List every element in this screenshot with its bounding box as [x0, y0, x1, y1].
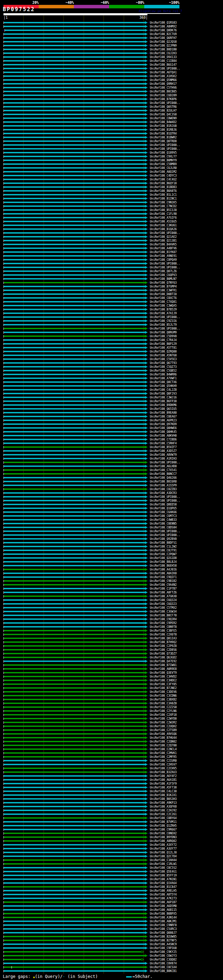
- alignment-bar[interactable]: [4, 519, 145, 520]
- alignment-bar[interactable]: [4, 167, 145, 169]
- hit-label[interactable]: UniRef100_Q8DK76: [150, 29, 176, 32]
- alignment-bar[interactable]: [4, 156, 145, 157]
- alignment-row[interactable]: UniRef100_A0R9E8: [0, 667, 223, 671]
- alignment-row[interactable]: UniRef100_C3FY05: [0, 682, 223, 686]
- hit-label[interactable]: UniRef100_B2ULH7: [150, 109, 176, 113]
- alignment-row[interactable]: UniRef100_Q81IA3: [0, 636, 223, 640]
- hit-label[interactable]: UniRef100_B3ZAU3: [150, 770, 176, 774]
- alignment-bar[interactable]: [4, 431, 145, 433]
- alignment-bar[interactable]: [4, 148, 145, 150]
- hit-label[interactable]: UniRef100_Q9RH17: [150, 82, 176, 86]
- hit-label[interactable]: UniRef100_A0R9E8: [150, 667, 176, 671]
- alignment-row[interactable]: UniRef100_A6Y4F2: [0, 774, 223, 778]
- hit-label[interactable]: UniRef100_C3DEV6: [150, 690, 176, 694]
- alignment-row[interactable]: UniRef100_UPI000..: [0, 231, 223, 235]
- alignment-row[interactable]: UniRef100_Q7NY63: [0, 281, 223, 285]
- alignment-row[interactable]: UniRef100_C9P3U0: [0, 946, 223, 950]
- hit-label[interactable]: UniRef100_B7H9Q2: [150, 640, 176, 644]
- hit-label[interactable]: UniRef100_B1C847: [150, 885, 176, 889]
- alignment-row[interactable]: UniRef100_Q5E4G1: [0, 870, 223, 873]
- alignment-row[interactable]: UniRef100_Q213B1: [0, 239, 223, 243]
- hit-label[interactable]: UniRef100_C6J2H3: [150, 51, 176, 55]
- alignment-bar[interactable]: [4, 672, 145, 673]
- alignment-row[interactable]: UniRef100_B1RBJ6: [0, 128, 223, 132]
- alignment-bar[interactable]: [4, 657, 145, 658]
- hit-label[interactable]: UniRef100_B1BWR2: [150, 135, 176, 139]
- alignment-bar[interactable]: [4, 377, 145, 379]
- hit-label[interactable]: UniRef100_C5BMB9: [150, 162, 176, 166]
- alignment-row[interactable]: UniRef100_Q1QPU5: [0, 506, 223, 510]
- hit-label[interactable]: UniRef100_C7R4J4: [150, 338, 176, 342]
- alignment-row[interactable]: UniRef100_Q2G1D8: [0, 556, 223, 560]
- alignment-bar[interactable]: [4, 580, 145, 582]
- alignment-bar[interactable]: [4, 917, 145, 918]
- alignment-bar[interactable]: [4, 641, 145, 643]
- alignment-row[interactable]: UniRef100_C2MVK1: [0, 751, 223, 755]
- alignment-row[interactable]: UniRef100_A8FTZ6: [0, 591, 223, 595]
- alignment-bar[interactable]: [4, 859, 145, 861]
- hit-label[interactable]: UniRef100_B5JLT9: [150, 323, 176, 327]
- hit-label[interactable]: UniRef100_C6JLR0: [150, 166, 176, 170]
- alignment-row[interactable]: UniRef100_C3WFR1: [0, 288, 223, 293]
- alignment-row[interactable]: UniRef100_B0CB05: [0, 90, 223, 94]
- hit-label[interactable]: UniRef100_C7NCD2: [150, 204, 176, 208]
- alignment-bar[interactable]: [4, 676, 145, 677]
- alignment-row[interactable]: UniRef100_C2IUR0: [0, 759, 223, 763]
- hit-label[interactable]: UniRef100_C9R667: [150, 828, 176, 832]
- alignment-row[interactable]: UniRef100_A8VW79: [0, 453, 223, 457]
- hit-label[interactable]: UniRef100_A0KJM1: [150, 920, 176, 923]
- hit-label[interactable]: UniRef100_B6FP38: [150, 399, 176, 403]
- hit-label[interactable]: UniRef100_C9Q3R4: [150, 617, 176, 621]
- alignment-bar[interactable]: [4, 462, 145, 463]
- alignment-bar[interactable]: [4, 557, 145, 558]
- alignment-row[interactable]: UniRef100_B1BDB3: [0, 185, 223, 189]
- hit-label[interactable]: UniRef100_UPI000..: [150, 499, 180, 503]
- hit-label[interactable]: UniRef100_Q73DZ7: [150, 652, 176, 655]
- hit-label[interactable]: UniRef100_A9ELH5: [150, 889, 176, 893]
- hit-label[interactable]: UniRef100_A0Q1M2: [150, 170, 176, 174]
- hit-label[interactable]: UniRef100_C1P7B7: [150, 587, 176, 591]
- alignment-row[interactable]: UniRef100_C7NCD2: [0, 204, 223, 208]
- alignment-row[interactable]: UniRef100_C9QIF1: [0, 575, 223, 579]
- hit-label[interactable]: UniRef100_C6D209: [150, 94, 176, 97]
- hit-label[interactable]: UniRef100_C4DYC3: [150, 174, 176, 178]
- hit-label[interactable]: UniRef100_Q65IU5: [150, 407, 176, 411]
- hit-label[interactable]: UniRef100_D0BTI0: [150, 293, 176, 296]
- alignment-row[interactable]: UniRef100_B1YK07: [0, 250, 223, 254]
- hit-label[interactable]: UniRef100_C1FL90: [150, 212, 176, 216]
- hit-label[interactable]: UniRef100_B8KCB1: [150, 969, 176, 973]
- alignment-row[interactable]: UniRef100_C3A0Z0: [0, 702, 223, 705]
- alignment-bar[interactable]: [4, 573, 145, 574]
- alignment-bar[interactable]: [4, 263, 145, 264]
- alignment-row[interactable]: UniRef100_B1C847: [0, 885, 223, 889]
- alignment-row[interactable]: UniRef100_O94133: [0, 55, 223, 59]
- alignment-row[interactable]: UniRef100_C3HVD2: [0, 675, 223, 679]
- alignment-bar[interactable]: [4, 779, 145, 780]
- hit-label[interactable]: UniRef100_Q0HWE6: [150, 426, 176, 430]
- alignment-bar[interactable]: [4, 901, 145, 903]
- alignment-bar[interactable]: [4, 825, 145, 826]
- alignment-row[interactable]: UniRef100_C1FL90: [0, 212, 223, 216]
- hit-label[interactable]: UniRef100_UPI000..: [150, 495, 180, 499]
- hit-label[interactable]: UniRef100_B6G147: [150, 63, 176, 67]
- hit-label[interactable]: UniRef100_C3GW34: [150, 610, 176, 614]
- alignment-row[interactable]: UniRef100_C2P9Z8: [0, 644, 223, 648]
- hit-label[interactable]: UniRef100_C3BFE5: [150, 629, 176, 633]
- alignment-bar[interactable]: [4, 592, 145, 593]
- alignment-bar[interactable]: [4, 511, 145, 513]
- alignment-row[interactable]: UniRef100_B4WRR6: [0, 373, 223, 377]
- alignment-bar[interactable]: [4, 542, 145, 543]
- hit-label[interactable]: UniRef100_Q0STR6: [150, 105, 176, 109]
- alignment-row[interactable]: UniRef100_Q1RS83: [0, 21, 223, 25]
- alignment-row[interactable]: UniRef100_C0CSX4: [0, 966, 223, 969]
- alignment-bar[interactable]: [4, 867, 145, 869]
- alignment-bar[interactable]: [4, 664, 145, 666]
- hit-label[interactable]: UniRef100_A7N1N1: [150, 877, 176, 881]
- alignment-row[interactable]: UniRef100_C2WYD0: [0, 717, 223, 721]
- alignment-row[interactable]: UniRef100_Q0HWE6: [0, 426, 223, 430]
- alignment-row[interactable]: UniRef100_Q47E92: [0, 659, 223, 663]
- alignment-row[interactable]: UniRef100_A0AIK8: [0, 571, 223, 575]
- alignment-bar[interactable]: [4, 374, 145, 375]
- alignment-row[interactable]: UniRef100_C9XLY7: [0, 155, 223, 159]
- alignment-row[interactable]: UniRef100_Q8DK76: [0, 29, 223, 32]
